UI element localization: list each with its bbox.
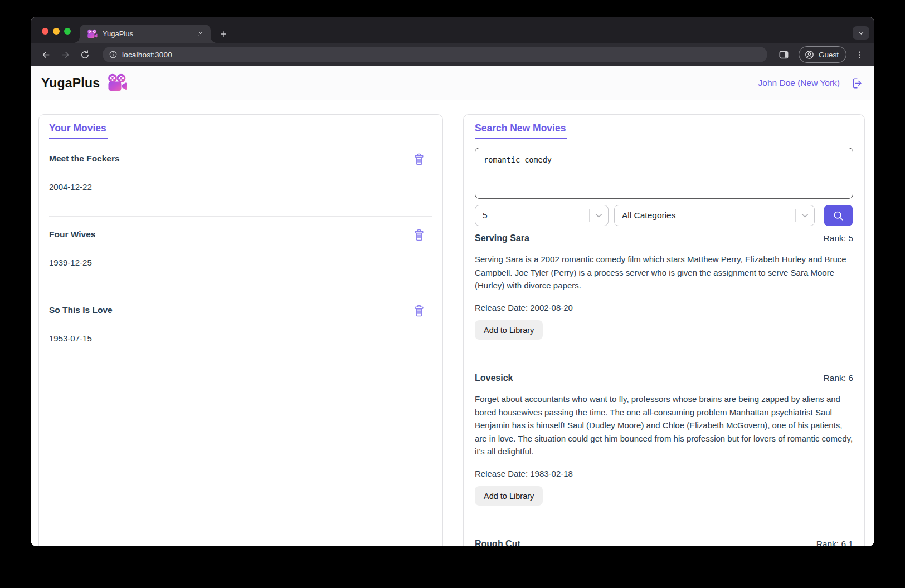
delete-movie-button[interactable]	[413, 229, 425, 241]
close-tab-icon[interactable]	[195, 29, 205, 39]
result-header: LovesickRank: 6	[475, 373, 853, 384]
your-movies-heading: Your Movies	[49, 122, 108, 139]
delete-movie-button[interactable]	[413, 305, 425, 317]
result-title: Rough Cut	[475, 538, 520, 546]
search-result-list: Serving SaraRank: 5Serving Sara is a 200…	[475, 226, 853, 546]
result-release-date: Release Date: 2002-08-20	[475, 301, 853, 315]
library-movie-row: So This Is Love1953-07-15	[49, 292, 432, 344]
profile-label: Guest	[819, 51, 839, 59]
tab-curve	[211, 37, 216, 43]
back-icon	[41, 50, 51, 60]
search-icon	[833, 210, 844, 222]
search-result-row: Rough CutRank: 6.1	[475, 523, 853, 546]
result-description: Serving Sara is a 2002 romantic comedy f…	[475, 253, 853, 292]
user-name: John Doe (New York)	[758, 78, 840, 88]
result-description: Forget about accountants who want to fly…	[475, 393, 853, 458]
trash-icon	[413, 305, 425, 317]
result-rank: Rank: 5	[824, 233, 853, 244]
search-query-input[interactable]: romantic comedy	[475, 148, 853, 199]
search-panel: Search New Movies romantic comedy 5 All …	[463, 114, 865, 546]
tab-search-chevron-button[interactable]	[853, 26, 869, 40]
result-header: Rough CutRank: 6.1	[475, 538, 853, 546]
search-result-row: Serving SaraRank: 5Serving Sara is a 200…	[475, 226, 853, 357]
movie-release-date: 1939-12-25	[49, 257, 432, 268]
add-to-library-button[interactable]: Add to Library	[475, 320, 543, 340]
kebab-menu-icon	[855, 50, 864, 60]
movie-title: Four Wives	[49, 229, 95, 240]
result-release-date: Release Date: 1983-02-18	[475, 467, 853, 481]
chevron-down-icon	[595, 213, 602, 218]
app-header: YugaPlus John Doe (New York)	[31, 66, 874, 100]
library-movie-row: Meet the Fockers2004-12-22	[49, 139, 432, 217]
movie-title-row: Meet the Fockers	[49, 153, 432, 165]
result-title: Serving Sara	[475, 233, 529, 244]
your-movies-panel: Your Movies Meet the Fockers2004-12-22Fo…	[38, 114, 443, 546]
search-button[interactable]	[824, 205, 853, 226]
page-content: Your Movies Meet the Fockers2004-12-22Fo…	[31, 100, 874, 546]
movie-title-row: So This Is Love	[49, 305, 432, 317]
add-to-library-button[interactable]: Add to Library	[475, 486, 543, 506]
logout-icon	[850, 77, 863, 90]
reload-icon	[80, 50, 90, 60]
browser-toolbar: localhost:3000 Guest	[31, 43, 874, 66]
browser-tab-yugaplus[interactable]: YugaPlus	[80, 24, 211, 43]
category-value: All Categories	[622, 210, 676, 220]
back-button[interactable]	[38, 47, 53, 62]
select-divider	[795, 209, 796, 222]
url-text: localhost:3000	[122, 51, 172, 59]
chevron-down-icon	[858, 30, 865, 37]
yugaplus-app: YugaPlus John Doe (New York)	[31, 66, 874, 546]
movie-release-date: 1953-07-15	[49, 333, 432, 344]
chevron-down-icon	[801, 213, 809, 218]
movie-title: Meet the Fockers	[49, 153, 120, 164]
select-divider	[589, 209, 590, 222]
info-icon	[109, 50, 118, 59]
sidebar-panel-icon	[778, 49, 790, 61]
result-title: Lovesick	[475, 373, 513, 384]
search-controls: 5 All Categories	[475, 205, 853, 226]
new-tab-button[interactable]	[216, 27, 231, 41]
movie-camera-favicon	[87, 29, 98, 39]
search-result-row: LovesickRank: 6Forget about accountants …	[475, 357, 853, 523]
result-rank: Rank: 6.1	[816, 538, 853, 546]
tab-title: YugaPlus	[103, 30, 195, 38]
close-window-button[interactable]	[42, 28, 48, 35]
trash-icon	[413, 229, 425, 241]
tab-curve	[74, 37, 80, 43]
library-movie-row: Four Wives1939-12-25	[49, 217, 432, 292]
forward-icon	[60, 50, 71, 60]
result-limit-select[interactable]: 5	[475, 205, 609, 226]
browser-menu-button[interactable]	[853, 47, 865, 62]
movie-title-row: Four Wives	[49, 229, 432, 241]
tab-strip: YugaPlus	[31, 17, 874, 43]
minimize-window-button[interactable]	[53, 28, 60, 35]
side-panel-button[interactable]	[776, 47, 792, 62]
browser-window: YugaPlus localhost:3000	[31, 17, 874, 546]
movie-release-date: 2004-12-22	[49, 182, 432, 193]
movie-title: So This Is Love	[49, 305, 113, 316]
category-select[interactable]: All Categories	[614, 205, 815, 226]
address-bar[interactable]: localhost:3000	[103, 47, 767, 62]
movie-camera-icon	[107, 74, 128, 92]
result-header: Serving SaraRank: 5	[475, 233, 853, 244]
profile-chip[interactable]: Guest	[799, 46, 846, 63]
reload-button[interactable]	[77, 47, 92, 62]
movie-list: Meet the Fockers2004-12-22Four Wives1939…	[49, 139, 432, 344]
person-icon	[804, 50, 815, 60]
result-limit-value: 5	[483, 210, 488, 220]
trash-icon	[413, 153, 425, 165]
forward-button[interactable]	[58, 47, 72, 62]
result-rank: Rank: 6	[824, 373, 853, 384]
plus-icon	[220, 30, 227, 38]
brand-title: YugaPlus	[41, 76, 100, 91]
delete-movie-button[interactable]	[413, 153, 425, 165]
search-heading: Search New Movies	[475, 122, 567, 139]
zoom-window-button[interactable]	[64, 28, 71, 35]
logout-button[interactable]	[849, 76, 864, 90]
traffic-lights	[42, 28, 71, 35]
